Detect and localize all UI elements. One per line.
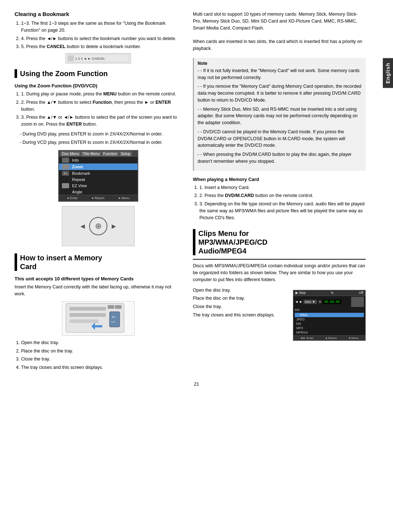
note-item-2: - If you remove the "Memory Card" during… (198, 83, 362, 103)
clips-open-steps: Open the disc tray. Place the disc on th… (193, 287, 287, 320)
wma-dot (296, 314, 298, 316)
clearing-bookmark-heading: Clearing a Bookmark (15, 11, 182, 17)
osd-title-menu: Title Menu (81, 151, 101, 156)
osd-row-ezview: EZ View (59, 182, 138, 189)
clips-ms-label: MS (293, 308, 365, 312)
clips-open-step-4: The tray closes and this screen displays… (193, 312, 287, 319)
zoom-dvd-bullet: During DVD play, press ENTER to zoom in … (20, 131, 182, 138)
mc-step-4: The tray closes and this screen displays… (21, 364, 182, 371)
zoom-step-1: 1. During play or pause mode, press the … (21, 91, 182, 98)
zoom-function-heading-block: Using the Zoom Function (15, 69, 182, 78)
mc-step-2: Place the disc on the tray. (21, 348, 182, 355)
memory-card-steps: Open the disc tray. Place the disc on th… (15, 339, 182, 371)
osd-bookmark-label: Bookmark (72, 171, 90, 176)
clips-prev-btn: ◄◄ (295, 300, 302, 304)
mc-step-1: Open the disc tray. (21, 339, 182, 346)
clips-file-list: WMA JPEG MS MP3 MPEG4 (293, 312, 365, 335)
clips-menu-heading-block: Clips Menu forMP3/WMA/JPEG/CDAudio/MPEG4 (193, 229, 366, 255)
clips-open-step-2: Place the disc on the tray. (193, 295, 287, 302)
clips-disc-icon: ⊙ (318, 300, 321, 304)
svg-rect-4 (70, 307, 106, 311)
memory-card-intro-p2: When cards are inserted in two slots, th… (193, 38, 366, 52)
memory-card-illustration: SD Card (62, 301, 135, 336)
clips-menu-heading: Clips Menu forMP3/WMA/JPEG/CDAudio/MPEG4 (198, 229, 267, 255)
clearing-step-3: 5. Press the CANCEL button to delete a b… (21, 43, 182, 50)
clips-osd-display: ▶ Stop ✎ Off ◄◄ Disc ▼ ⊙ 00:00:00 MS (293, 290, 366, 341)
note-item-1: - If it is not fully inserted, the "Memo… (198, 67, 362, 81)
clips-return-label: ● Return (326, 336, 337, 340)
clips-osd-mid: ◄◄ Disc ▼ ⊙ 00:00:00 (293, 296, 365, 308)
clearing-step-1: 1~3. The first 1~3 steps are the same as… (21, 20, 182, 34)
when-playing-section: When playing a Memory Card 1. Insert a M… (193, 177, 366, 221)
clips-osd-bottom: ◄► Enter ● Return ● Menu (293, 335, 365, 340)
clips-item-mpeg4: MPEG4 (295, 330, 364, 335)
zoom-steps: 1. During play or pause mode, press the … (15, 91, 182, 128)
clips-menu-text: Discs with MP3/WMA/JPEG/MPEG4 contain in… (193, 263, 366, 283)
clearing-step-2: 4. Press the ◄/► buttons to select the b… (21, 35, 182, 42)
clips-heading-bar (193, 229, 195, 255)
page-number: 21 (15, 381, 378, 387)
memory-card-subheading: This unit accepts 10 different types of … (15, 276, 182, 281)
zoom-step-3: 3. Press the ▲/▼ or ◄/► buttons to selec… (21, 114, 182, 128)
wp-step-3: 3. Depending on the file type stored on … (199, 201, 366, 221)
memory-card-text: Insert the Memory Card correctly with th… (15, 284, 182, 297)
osd-return-label: ● Return (92, 196, 104, 200)
zoom-heading-bar (15, 69, 17, 78)
osd-func-icon: Fn (62, 171, 69, 176)
note-box: Note - If it is not fully inserted, the … (193, 58, 366, 171)
zoom-illustration: ◄ ⊕ ► (62, 206, 135, 246)
clips-divider (193, 259, 366, 260)
osd-info-label: Info (72, 158, 79, 162)
clearing-bookmark-section: Clearing a Bookmark 1~3. The first 1~3 s… (15, 11, 182, 63)
osd-top-bar: Disc Menu Title Menu Function Setup (59, 151, 138, 157)
osd-title-icon (62, 164, 69, 169)
osd-ezview-label: EZ View (72, 184, 87, 188)
osd-enter-label: ● Enter (67, 196, 78, 200)
when-playing-steps: 1. Insert a Memory Card. 2. Press the DV… (193, 184, 366, 221)
clips-thumbnail (351, 297, 364, 307)
clips-item-mp3: MP3 (295, 326, 364, 330)
svg-rect-8 (115, 305, 122, 309)
clips-stop-label: ▶ Stop (295, 291, 306, 295)
memory-card-section: How to insert a MemoryCard This unit acc… (15, 253, 182, 371)
osd-row-repeat: Repeat (59, 177, 138, 182)
osd-row-info: Info (59, 157, 138, 163)
osd-disc-menu: Disc Menu (60, 151, 80, 156)
osd-row-angle: Angle (59, 189, 138, 195)
language-tab: English (383, 58, 393, 88)
osd-menu-label: ● Menu (118, 196, 129, 200)
osd-row-zoom: Zoom (59, 163, 138, 170)
right-column: Multi card slot to support 10 types of m… (193, 11, 378, 374)
clips-enter-label: ◄► Enter (300, 336, 313, 340)
clips-off-label: Off (359, 291, 363, 295)
clips-menu-label: ● Menu (349, 336, 358, 340)
clips-osd-top: ▶ Stop ✎ Off (293, 290, 365, 296)
memory-card-bar (15, 253, 17, 271)
zoom-dvd-vcd-section: Using the Zoom Function (DVD/VCD) 1. Dur… (15, 83, 182, 246)
osd-menu-image: Disc Menu Title Menu Function Setup Info… (58, 150, 138, 202)
wp-step-2: 2. Press the DVD/M.CARD button on the re… (199, 192, 366, 199)
bookmark-ui-svg: 1 2 3 ◄ ► CANCEL (67, 54, 129, 62)
clips-disc-dropdown: Disc ▼ (303, 300, 317, 304)
zoom-left-arrow: ◄ (79, 222, 86, 230)
memcard-svg: SD Card (62, 302, 135, 336)
clips-edit-icon: ✎ (331, 291, 334, 295)
when-playing-heading: When playing a Memory Card (193, 177, 366, 182)
svg-text:SD: SD (112, 316, 115, 318)
note-item-4: - DVD/CD cannot be played in the Memory … (198, 129, 362, 149)
zoom-step-2: 2. Press the ▲/▼ buttons to select Funct… (21, 99, 182, 113)
zoom-function-heading: Using the Zoom Function (20, 69, 108, 78)
zoom-sub-bullets: During DVD play, press ENTER to zoom in … (15, 131, 182, 146)
clips-item-jpeg: JPEG (295, 317, 364, 322)
zoom-circle: ⊕ (89, 217, 107, 235)
osd-disc-icon (62, 158, 69, 163)
note-list: - If it is not fully inserted, the "Memo… (198, 67, 362, 165)
page-container: English Clearing a Bookmark 1~3. The fir… (0, 0, 393, 532)
clips-open-step-1: Open the disc tray. (193, 287, 287, 294)
clips-item-wma: WMA (295, 313, 364, 317)
clips-timecode: 00:00:00 (323, 300, 341, 304)
svg-rect-9 (110, 312, 120, 327)
mc-step-3: Close the tray. (21, 356, 182, 363)
osd-row-bookmark: Fn Bookmark (59, 170, 138, 177)
svg-text:1  2  3   ◄ ►  CANCEL: 1 2 3 ◄ ► CANCEL (75, 57, 105, 60)
